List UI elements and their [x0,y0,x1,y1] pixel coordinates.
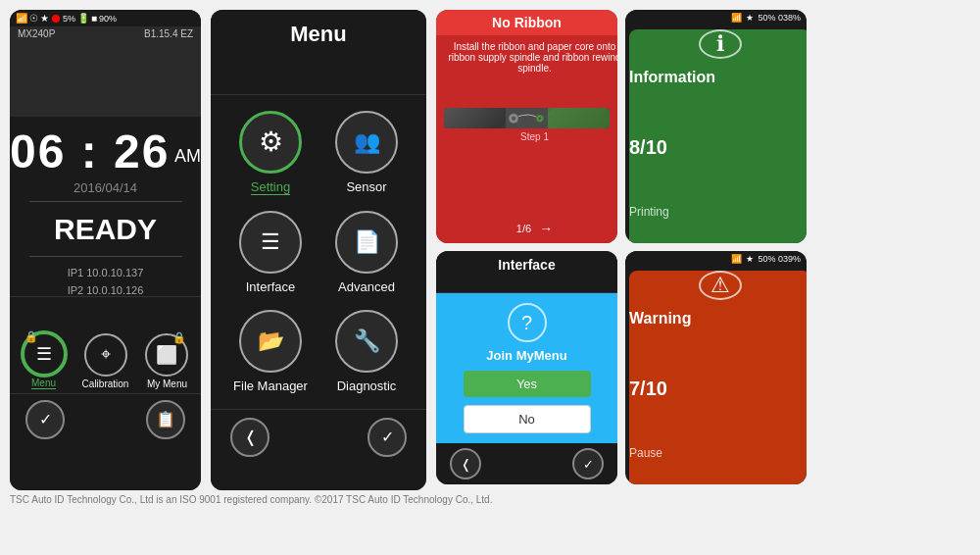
info-icon: ℹ [716,31,724,57]
info-status: Printing [629,205,807,243]
menu-item-filemanager[interactable]: 📂 File Manager [230,310,311,393]
warn-icon: ⚠ [710,273,730,298]
calibration-nav-item[interactable]: ⌖ Calibration [82,333,129,389]
check-icon-1: ✓ [39,410,52,429]
ready-label: READY [54,213,157,246]
menu-item-diagnostic[interactable]: 🔧 Diagnostic [326,310,407,393]
warn-progress: 7/10 [629,378,807,435]
back-icon-menu: ❬ [244,428,257,446]
record-icon [52,15,60,23]
bt-icon-6: ★ [746,254,754,264]
warn-status-bar: 📶 ★ 50% 039% [625,251,807,267]
join-section: ? Join MyMenu [486,303,566,363]
menu-nav-item[interactable]: 🔒 ☰ Menu [23,332,66,389]
sensor-label: Sensor [346,179,386,194]
check-button-1[interactable]: ✓ [25,400,65,439]
question-mark: ? [521,312,532,334]
check-icon-menu: ✓ [381,428,394,446]
yes-button[interactable]: Yes [464,371,591,397]
screen-ready: 📶 ☉ ★ 5% 🔋 ■ 90% MX240P B1.15.4 EZ 06 : … [10,10,201,490]
ribbon-image [444,108,610,128]
warn-title: Warning [629,310,807,368]
firmware-label: B1.15.4 EZ [144,28,193,115]
footer-text: TSC Auto ID Technology Co., Ltd is an IS… [10,494,492,505]
wifi-icon-4: 📶 [731,13,742,23]
info-title: Information [629,69,807,126]
setting-icon-circle[interactable]: ⚙ [239,111,302,174]
calibration-icon-circle[interactable]: ⌖ [84,333,127,377]
mymenu-nav-item[interactable]: 🔒 ⬜ My Menu [145,333,188,389]
diagnostic-icon-circle[interactable]: 🔧 [335,310,398,373]
battery-text-4: 50% 038% [758,13,801,23]
check-icon-interface: ✓ [583,457,594,472]
back-button-menu[interactable]: ❬ [230,418,270,457]
interface-body: ? Join MyMenu Yes No [436,293,617,443]
setting-label: Setting [251,179,290,195]
model-label: MX240P [18,28,55,115]
no-ribbon-title: No Ribbon [436,10,617,35]
info-body: ℹ Information 8/10 Printing [629,29,807,243]
advanced-icon-circle[interactable]: 📄 [335,211,398,274]
back-button-interface[interactable]: ❬ [450,448,481,479]
interface-bottom-nav: ❬ ✓ [436,443,617,484]
menu-item-advanced[interactable]: 📄 Advanced [326,211,407,294]
list-icon-1: 📋 [156,410,175,429]
filemanager-label: File Manager [233,378,308,393]
battery-90-text: 90% [99,14,117,24]
filemanager-icon: 📂 [258,328,284,354]
top-right-row: No Ribbon Install the ribbon and paper c… [436,10,807,243]
advanced-icon: 📄 [354,229,380,255]
check-button-menu[interactable]: ✓ [368,418,407,457]
no-button[interactable]: No [464,405,591,433]
interface-title: Interface [436,251,617,293]
next-arrow[interactable]: → [539,221,553,236]
menu-bottom-nav: ❬ ✓ [211,409,426,490]
menu-item-sensor[interactable]: 👥 Sensor [326,111,407,195]
bt-icon-4: ★ [746,13,754,23]
interface-icon: ☰ [261,229,280,255]
device-info-bar: MX240P B1.15.4 EZ [10,26,201,117]
diagnostic-icon: 🔧 [354,328,380,354]
no-ribbon-body: Install the ribbon and paper core onto r… [436,35,617,243]
list-button-1[interactable]: 📋 [146,400,185,439]
warn-icon-circle: ⚠ [699,271,742,300]
sensor-icon-circle[interactable]: 👥 [335,111,398,174]
calibration-icon: ⌖ [101,344,111,365]
question-icon: ? [508,303,547,342]
status-bar-1: 📶 ☉ ★ 5% 🔋 ■ 90% [10,10,201,26]
clock-time: 06 : 26 [10,126,170,177]
ribbon-visual [444,108,610,128]
date-label: 2016/04/14 [10,180,201,195]
ip1-label: IP1 10.0.10.137 [68,267,144,278]
svg-point-2 [512,116,515,120]
interface-icon-circle[interactable]: ☰ [239,211,302,274]
step-label: Step 1 [444,131,617,194]
right-screens-group: No Ribbon Install the ribbon and paper c… [436,10,807,484]
page-number: 1/6 [516,223,531,234]
menu-nav-label: Menu [31,378,56,389]
ip2-label: IP2 10.0.10.126 [68,284,144,296]
menu-item-interface[interactable]: ☰ Interface [230,211,311,294]
warn-status: Pause [629,446,807,484]
setting-icon: ⚙ [259,126,283,158]
battery-icon2: ■ [91,13,97,24]
info-progress: 8/10 [629,136,807,194]
menu-title: Menu [211,10,426,95]
bottom-buttons-1: ✓ 📋 [10,393,201,490]
filemanager-icon-circle[interactable]: 📂 [239,310,302,373]
ready-section: READY IP1 10.0.10.137 IP2 10.0.10.126 [10,213,201,296]
calibration-nav-label: Calibration [82,378,129,389]
battery-icon1: 🔋 [77,13,89,24]
menu-grid: ⚙ Setting 👥 Sensor ☰ Interface [211,95,426,409]
advanced-label: Advanced [338,279,395,294]
svg-point-4 [539,117,542,120]
screen-warning: 📶 ★ 50% 039% ⚠ Warning 7/10 Pause ⬛ [625,251,807,484]
mymenu-nav-label: My Menu [147,378,187,389]
wifi-icon: 📶 [16,13,27,24]
menu-item-setting[interactable]: ⚙ Setting [230,111,311,195]
bottom-nav-1: 🔒 ☰ Menu ⌖ Calibration 🔒 ⬜ My Menu [10,296,201,393]
bluetooth-icon: ★ [40,13,49,24]
check-button-interface[interactable]: ✓ [572,448,604,479]
screen-menu: Menu ⚙ Setting 👥 Sensor ☰ Inte [211,10,426,490]
info-icon-circle: ℹ [699,29,742,59]
